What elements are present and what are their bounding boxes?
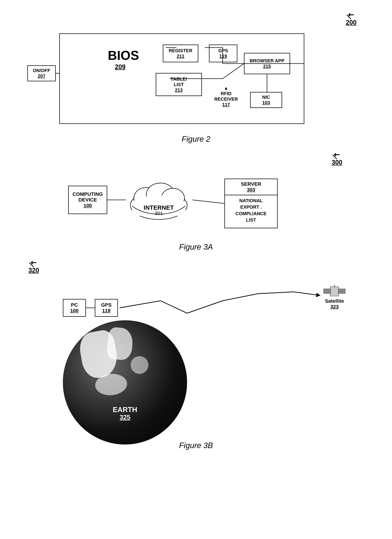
server-number: 303 (227, 187, 275, 193)
server-bottom-section: NATIONALEXPORT .COMPLIANCELIST (225, 195, 277, 226)
browser-label: BROWSER APP (250, 58, 284, 63)
pc-box: PC 100 (63, 299, 86, 317)
earth-label: EARTH 325 (113, 406, 137, 421)
svg-line-18 (193, 200, 224, 203)
figure2-section: ↙ 200 ON/OFF 207 BIOS 209 REGISTER 211 (14, 11, 378, 144)
figure2-ref-label: ↙ 200 (346, 11, 357, 26)
earth-number: 325 (113, 414, 137, 421)
onoff-label: ON/OFF (33, 68, 50, 73)
svg-text:INTERNET: INTERNET (144, 204, 174, 211)
figure3a-ref-number: 300 (332, 159, 342, 166)
onoff-box: ON/OFF 207 (27, 65, 56, 81)
figure3b-diagram: PC 100 GPS 119 EARTH 325 (27, 278, 365, 438)
svg-text:301: 301 (155, 211, 163, 216)
rfid-label: ▲ RFIDRECEIVER 117 (214, 85, 238, 107)
nic-number: 103 (262, 100, 270, 106)
browser-box: BROWSER APP 215 (244, 53, 290, 74)
satellite-panel-left (324, 289, 331, 294)
onoff-number: 207 (38, 73, 45, 79)
satellite: Satellite 323 (322, 285, 347, 310)
figure3a-caption: Figure 3A (179, 242, 213, 251)
satellite-antenna (334, 285, 335, 287)
figure3b-ref-number: 320 (28, 267, 39, 274)
figure2-ref-number: 200 (346, 19, 357, 26)
figure2-diagram: ON/OFF 207 BIOS 209 REGISTER 211 GPS 119 (27, 28, 365, 131)
gps-number: 119 (219, 53, 227, 59)
earth-globe: EARTH 325 (63, 320, 187, 445)
internet-cloud-svg: INTERNET 301 (125, 177, 193, 223)
register-label: REGISTER (169, 48, 193, 53)
arrow-200: ↙ (346, 10, 356, 20)
gps-box-3b: GPS 119 (95, 299, 118, 317)
pc-number: 100 (70, 308, 79, 313)
page: ↙ 200 ON/OFF 207 BIOS 209 REGISTER 211 (0, 0, 392, 539)
server-top-section: SERVER 303 (225, 179, 277, 195)
computing-device-box: COMPUTINGDEVICE 100 (68, 186, 107, 214)
bios-number: 209 (115, 63, 126, 71)
gps-box: GPS 119 (209, 45, 237, 62)
register-number: 211 (177, 53, 184, 59)
table-label: TABLE/LIST (171, 76, 187, 87)
gps-number-3b: 119 (102, 308, 111, 313)
figure3b-ref-label: ↙ 320 (28, 259, 39, 274)
arrow-300: ↙ (332, 150, 342, 160)
figure3b-caption: Figure 3B (179, 441, 213, 450)
satellite-body (330, 287, 339, 296)
gps-label-3b: GPS (101, 302, 111, 308)
nic-box: NIC 103 (250, 92, 282, 108)
satellite-panel-right (338, 289, 345, 294)
satellite-text: Satellite (325, 298, 344, 304)
arrow-320: ↙ (29, 258, 39, 268)
figure3a-diagram: COMPUTINGDEVICE 100 INTERNET 301 (54, 168, 338, 239)
server-outer-box: SERVER 303 NATIONALEXPORT .COMPLIANCELIS… (224, 179, 278, 228)
earth-text: EARTH (113, 406, 137, 414)
rfid-number: 117 (222, 102, 230, 107)
computing-label: COMPUTINGDEVICE (73, 191, 103, 203)
svg-marker-20 (316, 293, 320, 297)
rfid-text: RFIDRECEIVER (214, 91, 238, 102)
bios-container: BIOS 209 REGISTER 211 GPS 119 TABLE/LIST… (59, 33, 304, 124)
nic-label: NIC (262, 94, 270, 100)
computing-number: 100 (84, 203, 92, 208)
pc-label: PC (71, 302, 78, 308)
table-box: TABLE/LIST 213 (156, 73, 202, 96)
figure3a-section: ↙ 300 COMPUTINGDEVICE 100 (14, 150, 378, 251)
register-box: REGISTER 211 (163, 45, 198, 62)
server-label: SERVER (227, 181, 275, 187)
bios-label: BIOS (108, 48, 139, 63)
satellite-number: 323 (330, 304, 339, 309)
figure3b-section: ↙ 320 PC 100 GPS 119 (14, 259, 378, 450)
browser-number: 215 (263, 63, 271, 69)
figure3a-ref-label: ↙ 300 (332, 150, 342, 166)
gps-label: GPS (218, 48, 228, 53)
satellite-label: Satellite 323 (325, 298, 344, 310)
table-number: 213 (175, 87, 183, 93)
figure2-caption: Figure 2 (182, 135, 210, 144)
